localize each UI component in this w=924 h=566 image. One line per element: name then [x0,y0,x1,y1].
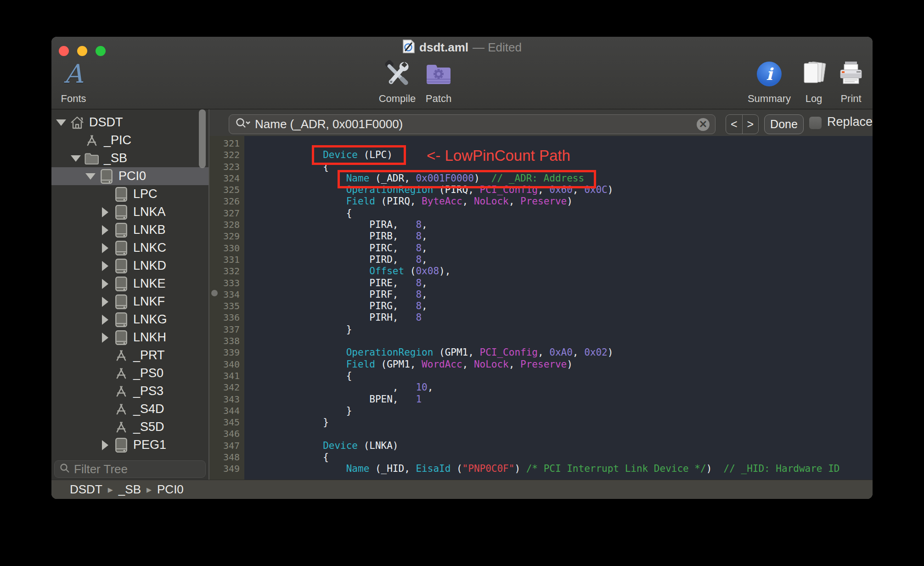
line-number-gutter: 3213223233243253263273283293303313323333… [209,136,244,480]
document-proxy-icon[interactable] [402,39,415,56]
breadcrumb-item-dsdt[interactable]: DSDT [70,482,102,497]
find-bar: Name (_ADR, 0x001F0000) ✕ < > Done Repla… [209,109,873,136]
sidebar-item-lnkg[interactable]: LNKG [51,311,208,328]
sidebar-item-_s4d[interactable]: _S4D [51,400,208,418]
tree-item-label: _PIC [104,133,131,147]
sidebar-item-lpc[interactable]: LPC [51,185,208,203]
code-line-331: PIRD, 8, [276,254,873,266]
log-button[interactable]: Log [800,56,828,105]
code-line-337: } [276,324,873,335]
tree-item-label: LNKB [133,223,166,237]
disclosure-closed-icon[interactable] [102,261,108,271]
tree-item-label: LNKF [133,294,165,309]
code-line-340: Field (GPM1, WordAcc, NoLock, Preserve) [276,359,873,370]
find-previous-button[interactable]: < [726,115,743,134]
disclosure-closed-icon[interactable] [102,440,108,450]
summary-button[interactable]: i Summary [748,56,791,105]
clear-search-icon[interactable]: ✕ [697,118,710,131]
code-line-326: Field (PIRQ, ByteAcc, NoLock, Preserve) [276,196,873,207]
code-line-328: PIRA, 8, [276,219,873,231]
disclosure-closed-icon[interactable] [102,297,108,307]
breadcrumb-item-_sb[interactable]: _SB [118,482,141,497]
split-handle-icon[interactable] [211,290,218,296]
patch-button[interactable]: Patch [424,56,453,105]
line-number: 340 [209,359,240,370]
line-number: 349 [209,463,240,475]
replace-checkbox[interactable] [809,117,822,129]
code-line-330: PIRC, 8, [276,243,873,254]
window-title: dsdt.aml [419,40,468,55]
home-icon [69,115,85,130]
sidebar-scrollbar-thumb[interactable] [199,109,206,168]
line-number: 347 [209,440,240,452]
done-button[interactable]: Done [764,114,804,134]
sidebar-item-_prt[interactable]: _PRT [51,346,208,364]
disclosure-closed-icon[interactable] [102,315,108,325]
find-next-button[interactable]: > [743,115,759,134]
sidebar-item-pci0[interactable]: PCI0 [51,167,208,185]
sidebar-item-dsdt[interactable]: DSDT [51,113,208,131]
line-number: 338 [209,335,240,347]
patch-folder-icon [424,56,453,92]
sidebar-item-peg1[interactable]: PEG1 [51,436,208,454]
code-line-339: OperationRegion (GPM1, PCI_Config, 0xA0,… [276,347,873,358]
print-button[interactable]: Print [837,56,865,105]
code-line-345: } [276,417,873,428]
device-icon [113,312,130,328]
method-icon [113,419,130,435]
breadcrumb-separator-icon: ▸ [108,484,113,496]
line-number: 325 [209,184,240,196]
line-number: 332 [209,266,240,277]
line-number: 329 [209,231,240,242]
device-icon [113,294,130,310]
line-number: 333 [209,277,240,289]
code-line-342: , 10, [276,382,873,393]
disclosure-open-icon[interactable] [85,173,96,180]
sidebar-item-_pic[interactable]: _PIC [51,131,208,149]
device-icon [113,437,130,453]
sidebar-item-lnkc[interactable]: LNKC [51,239,208,257]
search-icon [59,463,70,475]
line-number: 321 [209,138,240,149]
disclosure-open-icon[interactable] [71,155,81,162]
app-window: dsdt.aml — Edited A Fonts [51,37,873,499]
source-editor[interactable]: Device (LPC) { Name (_ADR, 0x001F0000) /… [244,136,873,480]
sidebar-item-_s5d[interactable]: _S5D [51,418,208,436]
line-number: 336 [209,312,240,323]
line-number: 323 [209,161,240,173]
compile-button[interactable]: Compile [379,56,416,105]
code-line-333: PIRE, 8, [276,277,873,289]
titlebar: dsdt.aml — Edited [51,40,873,54]
sidebar-item-lnkb[interactable]: LNKB [51,221,208,239]
sidebar-item-lnka[interactable]: LNKA [51,203,208,221]
disclosure-closed-icon[interactable] [102,333,108,343]
sidebar-item-lnkf[interactable]: LNKF [51,293,208,311]
find-input[interactable]: Name (_ADR, 0x001F0000) ✕ [229,114,716,134]
disclosure-closed-icon[interactable] [102,243,108,253]
code-line-327: { [276,208,873,219]
search-menu-icon[interactable] [235,117,250,132]
filter-placeholder: Filter Tree [74,462,128,476]
line-number: 344 [209,405,240,417]
filter-tree-field[interactable]: Filter Tree [54,460,206,478]
find-query: Name (_ADR, 0x001F0000) [255,117,697,131]
disclosure-closed-icon[interactable] [102,225,108,235]
code-line-344: } [276,405,873,417]
sidebar-item-_ps3[interactable]: _PS3 [51,382,208,400]
compile-tools-icon [382,56,412,92]
fonts-button[interactable]: A Fonts [61,56,86,105]
sidebar-item-_ps0[interactable]: _PS0 [51,364,208,382]
tree-item-label: LPC [133,187,158,201]
method-icon [113,384,130,399]
code-line-323: { [276,161,873,173]
disclosure-open-icon[interactable] [56,119,66,126]
sidebar-item-lnke[interactable]: LNKE [51,275,208,293]
code-line-329: PIRB, 8, [276,231,873,242]
disclosure-closed-icon[interactable] [102,207,108,217]
breadcrumb-item-pci0[interactable]: PCI0 [157,482,184,497]
sidebar-item-lnkd[interactable]: LNKD [51,257,208,275]
sidebar-item-lnkh[interactable]: LNKH [51,328,208,346]
sidebar-item-_sb[interactable]: _SB [51,149,208,167]
code-line-325: OperationRegion (PIRQ, PCI_Config, 0x60,… [276,184,873,196]
disclosure-closed-icon[interactable] [102,279,108,289]
